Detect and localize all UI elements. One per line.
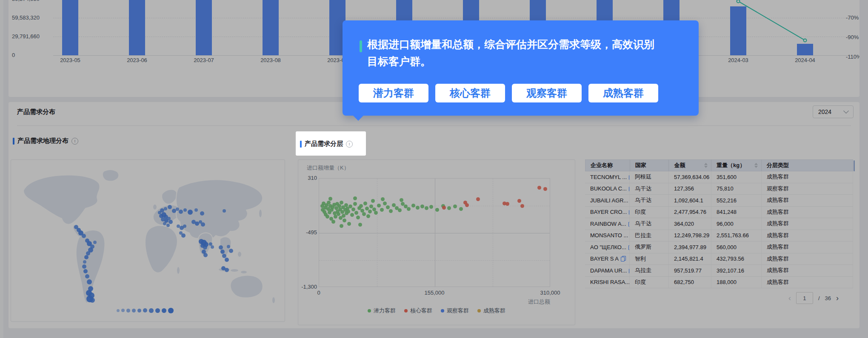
tooltip-text: 根据进口额增量和总额，综合评估并区分需求等级，高效识别 目标客户群。 (367, 36, 691, 70)
tour-tag-button[interactable]: 核心客群 (435, 84, 505, 102)
tooltip-accent-bar (360, 40, 362, 52)
tour-tag-button[interactable]: 成熟客群 (588, 84, 658, 102)
info-icon[interactable]: ! (346, 141, 353, 148)
tooltip-buttons: 潜力客群核心客群观察客群成熟客群 (359, 84, 658, 102)
dashboard-page: 89,374,98059,583,32029,791,6600 -50%-70%… (0, 0, 868, 338)
tooltip-arrow (353, 115, 364, 121)
tour-tag-button[interactable]: 观察客群 (512, 84, 582, 102)
title-accent-bar (300, 141, 302, 148)
tour-spotlight-box: 产品需求分层 ! (296, 131, 366, 156)
tier-panel-title-label: 产品需求分层 (305, 140, 343, 148)
tour-tooltip: 根据进口额增量和总额，综合评估并区分需求等级，高效识别 目标客户群。 潜力客群核… (343, 20, 699, 116)
tier-panel-title: 产品需求分层 ! (300, 140, 353, 148)
tour-tag-button[interactable]: 潜力客群 (359, 84, 428, 102)
